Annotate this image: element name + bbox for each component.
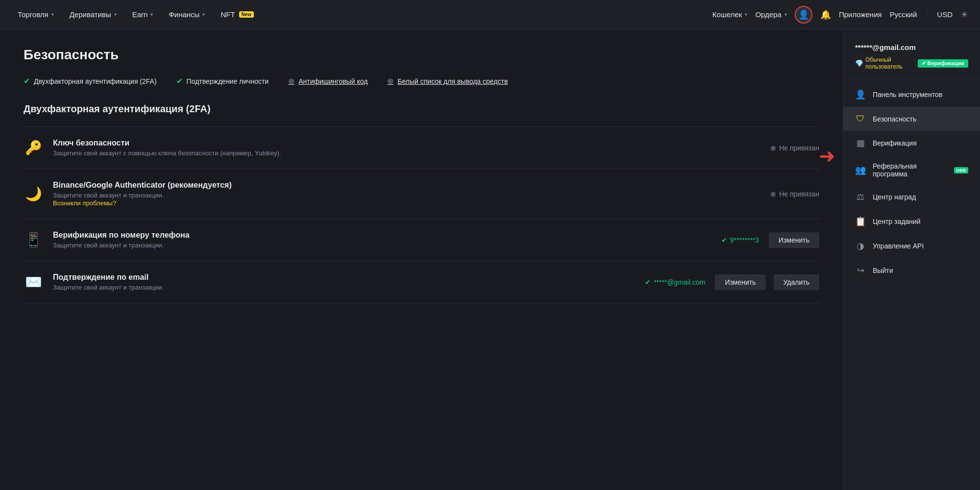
twofa-desc-phone: Защитите свой аккаунт и транзакции.	[53, 242, 711, 249]
sidebar-item-rewards[interactable]: ⚖ Центр наград	[843, 185, 980, 209]
twofa-info-authenticator: Binance/Google Authenticator (рекомендуе…	[53, 181, 721, 207]
unbound-status: ⊗ Не привязан	[770, 144, 819, 152]
twofa-desc-email: Защитите свой аккаунт и транзакции.	[53, 284, 635, 291]
twofa-list: 🔑 Ключ безопасности Защитите свой аккаун…	[24, 126, 819, 303]
status-antiphishing-label: Антифишинговый код	[298, 77, 368, 85]
email-change-button[interactable]: Изменить	[715, 274, 765, 290]
email-icon: ✉️	[24, 274, 43, 290]
sidebar-item-referral[interactable]: 👥 Реферальная программа new	[843, 155, 980, 185]
phone-icon: 📱	[24, 232, 43, 248]
nav-label-finance: Финансы	[169, 10, 199, 19]
nav-label-orders: Ордера	[755, 10, 781, 19]
nav-item-earn[interactable]: Earn ▾	[126, 0, 159, 29]
check-icon: ✔	[24, 76, 30, 86]
main-content: Безопасность ✔ Двухфакторная аутентифика…	[0, 29, 843, 490]
logout-icon: ↪	[855, 265, 866, 276]
sidebar: ******@gmail.com 💎 Обычный пользователь …	[843, 29, 980, 490]
sidebar-label-security: Безопасность	[873, 115, 916, 123]
sidebar-label-tasks: Центр заданий	[873, 218, 921, 225]
twofa-desc-authenticator: Защитите свой аккаунт и транзакции.	[53, 192, 721, 199]
twofa-info-phone: Верификация по номеру телефона Защитите …	[53, 231, 711, 249]
sidebar-item-dashboard[interactable]: 👤 Панель инструментов	[843, 82, 980, 107]
sidebar-label-dashboard: Панель инструментов	[873, 91, 942, 98]
sidebar-item-verification[interactable]: ▦ Верификация	[843, 131, 980, 155]
main-layout: Безопасность ✔ Двухфакторная аутентифика…	[0, 29, 980, 490]
nav-label-wallet: Кошелек	[712, 10, 742, 19]
authenticator-problem-link[interactable]: Возникли проблемы?	[53, 199, 116, 207]
rewards-icon: ⚖	[855, 192, 866, 202]
sidebar-email: ******@gmail.com	[855, 43, 968, 51]
nav-item-currency[interactable]: USD	[937, 10, 953, 19]
twofa-name-security-key: Ключ безопасности	[53, 139, 721, 147]
nav-label-apps: Приложения	[839, 10, 882, 19]
nav-item-wallet[interactable]: Кошелек ▾	[712, 10, 748, 19]
sidebar-badges: 💎 Обычный пользователь ✔ Верификация	[855, 56, 968, 70]
nav-item-nft[interactable]: NFT New	[215, 0, 260, 29]
theme-toggle-icon[interactable]: ☀	[960, 9, 968, 20]
status-whitelist[interactable]: ⊗ Белый список для вывода средств	[387, 76, 508, 86]
nav-label-derivatives: Деривативы	[70, 10, 111, 19]
nav-left: Торговля ▾ Деривативы ▾ Earn ▾ Финансы ▾…	[12, 0, 712, 29]
security-status-bar: ✔ Двухфакторная аутентификация (2FA) ✔ П…	[24, 76, 819, 86]
person-icon: 👤	[855, 89, 866, 100]
twofa-status-security-key: ⊗ Не привязан	[731, 144, 819, 152]
sidebar-nav: 👤 Панель инструментов 🛡 Безопасность ▦ В…	[843, 78, 980, 287]
status-text: 9********3	[730, 236, 759, 244]
twofa-info-security-key: Ключ безопасности Защитите свой аккаунт …	[53, 139, 721, 157]
chevron-down-icon: ▾	[114, 12, 117, 17]
twofa-info-email: Подтверждение по email Защитите свой акк…	[53, 273, 635, 291]
nav-item-orders[interactable]: Ордера ▾	[755, 10, 786, 19]
nav-right: Кошелек ▾ Ордера ▾ 👤 🔔 Приложения Русски…	[712, 6, 968, 24]
user-avatar[interactable]: 👤	[795, 6, 812, 24]
sidebar-label-logout: Выйти	[873, 267, 893, 274]
chevron-down-icon: ▾	[202, 12, 205, 17]
cross-icon: ⊗	[770, 144, 776, 152]
sidebar-item-tasks[interactable]: 📋 Центр заданий	[843, 209, 980, 234]
status-identity: ✔ Подтверждение личности	[176, 76, 269, 86]
nav-item-finance[interactable]: Финансы ▾	[163, 0, 211, 29]
unbound-status: ⊗ Не привязан	[770, 190, 819, 198]
cross-icon: ⊗	[770, 190, 776, 198]
tasks-icon: 📋	[855, 216, 866, 227]
status-antiphishing[interactable]: ⊗ Антифишинговый код	[288, 76, 368, 86]
email-delete-button[interactable]: Удалить	[774, 274, 819, 290]
nav-label-trading: Торговля	[18, 10, 49, 19]
phone-change-button[interactable]: Изменить	[769, 232, 819, 248]
sidebar-item-logout[interactable]: ↪ Выйти	[843, 258, 980, 283]
twofa-status-phone: ✔ 9********3 Изменить	[721, 232, 819, 248]
avatar-icon: 👤	[798, 9, 809, 20]
security-key-icon: 🔑	[24, 140, 43, 156]
nav-label-earn: Earn	[132, 10, 148, 19]
status-text: Не привязан	[779, 144, 819, 152]
cross-icon: ⊗	[288, 76, 294, 86]
bound-status: ✔ *****@gmail.com	[645, 278, 705, 286]
sidebar-item-api[interactable]: ◑ Управление API	[843, 234, 980, 258]
navbar: Торговля ▾ Деривативы ▾ Earn ▾ Финансы ▾…	[0, 0, 980, 29]
notification-bell-icon[interactable]: 🔔	[820, 9, 831, 20]
twofa-item-email: ✉️ Подтверждение по email Защитите свой …	[24, 261, 819, 303]
nav-label-nft: NFT	[220, 10, 235, 19]
check-icon: ✔	[721, 236, 727, 244]
check-icon: ✔	[645, 278, 651, 286]
twofa-section-title: Двухфакторная аутентификация (2FA)	[24, 103, 819, 115]
api-icon: ◑	[855, 241, 866, 251]
nav-label-lang: Русский	[890, 10, 917, 19]
twofa-item-phone: 📱 Верификация по номеру телефона Защитит…	[24, 219, 819, 261]
bound-status: ✔ 9********3	[721, 236, 759, 244]
nav-divider	[927, 10, 927, 20]
nav-item-apps[interactable]: Приложения	[839, 10, 882, 19]
check-icon: ✔	[176, 76, 183, 86]
authenticator-icon: 🌙	[24, 186, 43, 202]
sidebar-item-security[interactable]: 🛡 Безопасность	[843, 107, 980, 131]
nav-item-trading[interactable]: Торговля ▾	[12, 0, 60, 29]
status-twofa-label: Двухфакторная аутентификация (2FA)	[34, 77, 157, 85]
page-title: Безопасность	[24, 47, 819, 63]
twofa-desc-security-key: Защитите свой аккаунт с помощью ключа бе…	[53, 149, 721, 157]
nav-item-derivatives[interactable]: Деривативы ▾	[64, 0, 122, 29]
shield-icon: 🛡	[855, 114, 866, 124]
status-text: *****@gmail.com	[654, 278, 705, 286]
referral-new-badge: new	[954, 167, 968, 173]
grid-icon: ▦	[855, 138, 866, 148]
nav-item-lang[interactable]: Русский	[890, 10, 917, 19]
chevron-down-icon: ▾	[150, 12, 153, 17]
